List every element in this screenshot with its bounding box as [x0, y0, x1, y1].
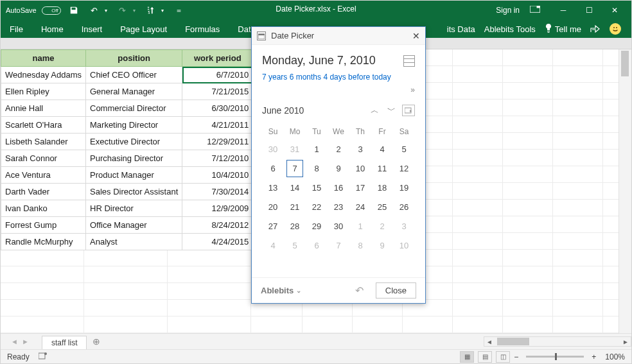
- tab-ablebits-data[interactable]: its Data: [447, 24, 475, 34]
- tab-home[interactable]: Home: [32, 20, 73, 38]
- table-row[interactable]: Randle McMurphyAnalyst4/24/2015: [1, 234, 253, 250]
- calendar-day[interactable]: 16: [328, 178, 349, 197]
- calendar-day[interactable]: 30: [328, 216, 349, 236]
- col-header-workperiod[interactable]: work period: [182, 50, 253, 67]
- zoom-in-button[interactable]: +: [592, 352, 596, 361]
- cell-workperiod[interactable]: 6/7/2010: [182, 67, 253, 83]
- expand-icon[interactable]: »: [262, 85, 415, 94]
- cell-position[interactable]: Sales Director Assistant: [86, 184, 182, 200]
- cell-name[interactable]: Darth Vader: [1, 184, 86, 200]
- cell-position[interactable]: Chief CEO Officer: [86, 67, 182, 83]
- calendar-day[interactable]: 24: [349, 197, 371, 216]
- view-pagelayout-icon[interactable]: ▤: [478, 351, 492, 363]
- tab-ablebits-tools[interactable]: Ablebits Tools: [484, 24, 536, 34]
- cell-name[interactable]: Lisbeth Salander: [1, 134, 86, 150]
- calendar-day[interactable]: 5: [393, 139, 415, 159]
- table-row[interactable]: Forrest GumpOffice Manager8/24/2012: [1, 217, 253, 234]
- month-label[interactable]: June 2010: [262, 105, 365, 116]
- table-row[interactable]: Sarah ConnorPurchasing Director7/12/2010: [1, 150, 253, 167]
- sheet-tab-stafflist[interactable]: staff list: [42, 336, 87, 349]
- cell-position[interactable]: Exectutive Director: [86, 134, 182, 150]
- cell-name[interactable]: Ace Ventura: [1, 167, 86, 184]
- calendar-day[interactable]: 9: [328, 159, 349, 178]
- table-row[interactable]: Wednesday AddamsChief CEO Officer6/7/201…: [1, 67, 253, 83]
- undo-icon[interactable]: ↶: [355, 284, 369, 297]
- view-pagebreak-icon[interactable]: ◫: [496, 351, 510, 363]
- calendar-day[interactable]: 23: [328, 197, 349, 216]
- cell-name[interactable]: Forrest Gump: [1, 217, 86, 234]
- table-row[interactable]: Ivan DankoHR Director12/9/2009: [1, 200, 253, 217]
- col-header-position[interactable]: position: [86, 50, 182, 67]
- cell-position[interactable]: Office Manager: [86, 217, 182, 234]
- calendar-day[interactable]: 12: [393, 159, 415, 178]
- cell-name[interactable]: Ivan Danko: [1, 200, 86, 217]
- calendar-day[interactable]: 14: [284, 178, 306, 197]
- hscroll-thumb[interactable]: [497, 338, 529, 345]
- table-row[interactable]: Annie HallCommercial Director6/30/2010: [1, 100, 253, 117]
- calendar-day[interactable]: 20: [262, 197, 284, 216]
- calendar-day[interactable]: 10: [393, 236, 415, 255]
- calendar-day[interactable]: 2: [371, 216, 393, 236]
- tab-file[interactable]: File: [1, 20, 32, 38]
- scrollbar-thumb[interactable]: [621, 51, 629, 76]
- table-row[interactable]: Scarlett O'HaraMarketing Director4/21/20…: [1, 117, 253, 134]
- calendar-day[interactable]: 8: [349, 236, 371, 255]
- calendar-day[interactable]: 31: [284, 139, 306, 159]
- cell-workperiod[interactable]: 7/30/2014: [182, 184, 253, 200]
- table-row[interactable]: Ellen RipleyGeneral Manager7/21/2015: [1, 83, 253, 100]
- calendar-day[interactable]: 2: [328, 139, 349, 159]
- calendar-day[interactable]: 11: [371, 159, 393, 178]
- calendar-day[interactable]: 1: [306, 139, 328, 159]
- calendar-day[interactable]: 28: [284, 216, 306, 236]
- calendar-day[interactable]: 10: [349, 159, 371, 178]
- cell-name[interactable]: Randle McMurphy: [1, 234, 86, 250]
- calendar-day[interactable]: 19: [393, 178, 415, 197]
- cell-workperiod[interactable]: 12/29/2011: [182, 134, 253, 150]
- cell-workperiod[interactable]: 10/4/2010: [182, 167, 253, 184]
- tab-formulas[interactable]: Formulas: [176, 20, 229, 38]
- calendar-day[interactable]: 25: [371, 197, 393, 216]
- cell-position[interactable]: HR Director: [86, 200, 182, 217]
- calendar-day[interactable]: 9: [371, 236, 393, 255]
- ablebits-brand[interactable]: Ablebits⌄: [261, 286, 349, 295]
- cell-position[interactable]: Marketing Director: [86, 117, 182, 134]
- col-header-name[interactable]: name: [1, 50, 86, 67]
- calendar-day[interactable]: 17: [349, 178, 371, 197]
- cell-workperiod[interactable]: 7/21/2015: [182, 83, 253, 100]
- cell-name[interactable]: Wednesday Addams: [1, 67, 86, 83]
- scroll-left-icon[interactable]: ◄: [484, 338, 495, 345]
- pane-titlebar[interactable]: Date Picker ✕: [252, 27, 425, 45]
- cell-workperiod[interactable]: 12/9/2009: [182, 200, 253, 217]
- horizontal-scrollbar[interactable]: ◄ ►: [484, 336, 631, 347]
- cell-position[interactable]: Commercial Director: [86, 100, 182, 117]
- add-sheet-button[interactable]: ⊕: [87, 336, 106, 347]
- sheet-nav[interactable]: ◄ ►: [1, 338, 39, 345]
- cell-name[interactable]: Ellen Ripley: [1, 83, 86, 100]
- cell-workperiod[interactable]: 8/24/2012: [182, 217, 253, 234]
- scroll-right-icon[interactable]: ►: [620, 338, 631, 345]
- tell-me[interactable]: Tell me: [545, 24, 581, 35]
- macro-record-icon[interactable]: [39, 352, 48, 361]
- calendar-day[interactable]: 27: [262, 216, 284, 236]
- cell-workperiod[interactable]: 6/30/2010: [182, 100, 253, 117]
- cell-workperiod[interactable]: 4/21/2011: [182, 117, 253, 134]
- calendar-day[interactable]: 30: [262, 139, 284, 159]
- calendar-day[interactable]: 5: [284, 236, 306, 255]
- calendar-day[interactable]: 4: [371, 139, 393, 159]
- calendar-day[interactable]: 7: [328, 236, 349, 255]
- calendar-day[interactable]: 3: [349, 139, 371, 159]
- table-row[interactable]: Ace VenturaProduct Manager10/4/2010: [1, 167, 253, 184]
- goto-today-icon[interactable]: [402, 105, 415, 116]
- calendar-day[interactable]: 21: [284, 197, 306, 216]
- calendar-day[interactable]: 6: [262, 159, 284, 178]
- calendar-day[interactable]: 3: [393, 216, 415, 236]
- feedback-smiley-icon[interactable]: [610, 23, 621, 35]
- calendar-day[interactable]: 18: [371, 178, 393, 197]
- date-calculator-icon[interactable]: [403, 55, 415, 67]
- pane-close-button[interactable]: ✕: [412, 31, 420, 41]
- calendar-day[interactable]: 15: [306, 178, 328, 197]
- table-row[interactable]: Darth VaderSales Director Assistant7/30/…: [1, 184, 253, 200]
- cell-position[interactable]: General Manager: [86, 83, 182, 100]
- calendar-day[interactable]: 7: [284, 159, 306, 178]
- cell-name[interactable]: Annie Hall: [1, 100, 86, 117]
